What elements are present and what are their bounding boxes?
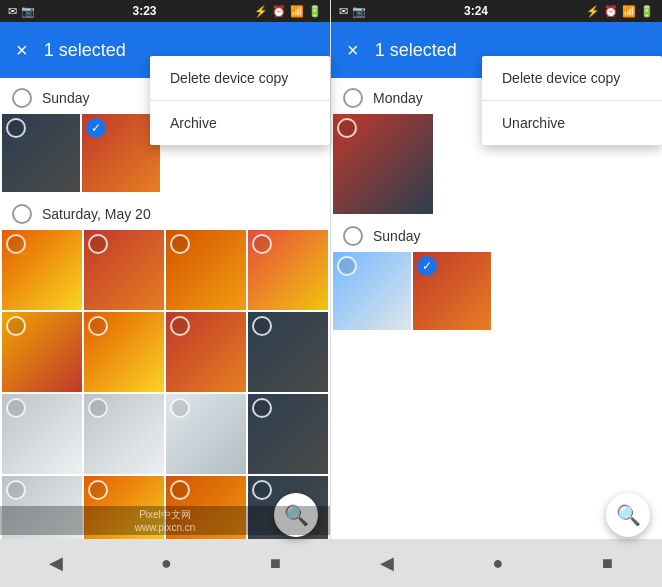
photo-cell[interactable] [84, 312, 164, 392]
photo-cell[interactable] [2, 230, 82, 310]
left-status-icons: ✉ 📷 [8, 5, 35, 18]
battery-icon-right: 🔋 [640, 5, 654, 18]
content-area-right: Monday Sunday [331, 78, 662, 539]
alarm-icon-right: ⏰ [604, 5, 618, 18]
photo-check[interactable] [252, 316, 272, 336]
photo-cell[interactable] [248, 312, 328, 392]
photo-cell[interactable] [84, 394, 164, 474]
photo-check[interactable] [337, 118, 357, 138]
right-status-icons-right: ⚡ ⏰ 📶 🔋 [586, 5, 654, 18]
bottom-nav-right: ◀ ● ■ [331, 539, 662, 587]
photo-cell-selected[interactable] [82, 114, 160, 192]
photos-icon-right: 📷 [352, 5, 366, 18]
photo-cell[interactable] [248, 394, 328, 474]
delete-device-copy-right[interactable]: Delete device copy [482, 56, 662, 100]
photo-check[interactable] [6, 118, 26, 138]
bluetooth-icon-right: ⚡ [586, 5, 600, 18]
bottom-nav-left: ◀ ● ■ [0, 539, 330, 587]
photos-icon: 📷 [21, 5, 35, 18]
photo-check[interactable] [6, 480, 26, 500]
photo-cell[interactable] [2, 114, 80, 192]
sunday-label-left: Sunday [42, 90, 89, 106]
home-button-left[interactable]: ● [161, 553, 172, 574]
saturday-check-left[interactable] [12, 204, 32, 224]
photo-cell[interactable] [333, 252, 411, 330]
photo-cell[interactable] [248, 230, 328, 310]
left-status-icons-right: ✉ 📷 [339, 5, 366, 18]
photo-check[interactable] [252, 480, 272, 500]
photo-check[interactable] [252, 234, 272, 254]
sunday-check-right[interactable] [343, 226, 363, 246]
photo-check[interactable] [170, 480, 190, 500]
photo-check[interactable] [170, 234, 190, 254]
photo-check[interactable] [6, 398, 26, 418]
monday-check-right[interactable] [343, 88, 363, 108]
section-saturday-left: Saturday, May 20 [0, 194, 330, 228]
photo-check[interactable] [88, 398, 108, 418]
sunday-check-left[interactable] [12, 88, 32, 108]
status-bar-right: ✉ 📷 3:24 ⚡ ⏰ 📶 🔋 [331, 0, 662, 22]
photo-check[interactable] [88, 234, 108, 254]
photo-cell[interactable] [166, 476, 246, 539]
dropdown-menu-right: Delete device copy Unarchive [482, 56, 662, 145]
photo-check[interactable] [170, 316, 190, 336]
unarchive-item-right[interactable]: Unarchive [482, 101, 662, 145]
photo-check-selected[interactable] [417, 256, 437, 276]
battery-icon: 🔋 [308, 5, 322, 18]
recents-button-left[interactable]: ■ [270, 553, 281, 574]
dropdown-menu-left: Delete device copy Archive [150, 56, 330, 145]
photo-cell[interactable] [166, 394, 246, 474]
close-button-right[interactable]: × [347, 39, 359, 62]
time-left: 3:23 [132, 4, 156, 18]
photo-check-selected[interactable] [86, 118, 106, 138]
content-area-left: Sunday Saturday, May 20 [0, 78, 330, 539]
zoom-fab-right[interactable]: 🔍 [606, 493, 650, 537]
photo-cell[interactable] [84, 476, 164, 539]
wifi-icon: 📶 [290, 5, 304, 18]
photo-check[interactable] [337, 256, 357, 276]
photo-check[interactable] [170, 398, 190, 418]
photo-check[interactable] [6, 234, 26, 254]
photo-cell[interactable] [2, 312, 82, 392]
photo-cell-selected[interactable] [413, 252, 491, 330]
monday-label-right: Monday [373, 90, 423, 106]
status-bar-left: ✉ 📷 3:23 ⚡ ⏰ 📶 🔋 [0, 0, 330, 22]
zoom-icon-left: 🔍 [284, 503, 309, 527]
saturday-photo-grid-left [0, 228, 330, 539]
time-right: 3:24 [464, 4, 488, 18]
photo-cell[interactable] [84, 230, 164, 310]
archive-item-left[interactable]: Archive [150, 101, 330, 145]
back-button-right[interactable]: ◀ [380, 552, 394, 574]
home-button-right[interactable]: ● [493, 553, 504, 574]
delete-device-copy-left[interactable]: Delete device copy [150, 56, 330, 100]
photo-cell-gpu[interactable] [333, 114, 433, 214]
recents-button-right[interactable]: ■ [602, 553, 613, 574]
photo-check[interactable] [6, 316, 26, 336]
close-button-left[interactable]: × [16, 39, 28, 62]
right-status-icons-left: ⚡ ⏰ 📶 🔋 [254, 5, 322, 18]
left-panel: ✉ 📷 3:23 ⚡ ⏰ 📶 🔋 × 1 selected Delete dev… [0, 0, 331, 587]
saturday-label-left: Saturday, May 20 [42, 206, 151, 222]
sunday-photos-right [331, 250, 662, 332]
alarm-icon: ⏰ [272, 5, 286, 18]
photo-check[interactable] [88, 480, 108, 500]
gmail-icon: ✉ [8, 5, 17, 18]
zoom-fab-left[interactable]: 🔍 [274, 493, 318, 537]
right-panel: ✉ 📷 3:24 ⚡ ⏰ 📶 🔋 × 1 selected Delete dev… [331, 0, 662, 587]
photo-check[interactable] [88, 316, 108, 336]
section-sunday-right: Sunday [331, 216, 662, 250]
photo-cell[interactable] [166, 230, 246, 310]
photo-check[interactable] [252, 398, 272, 418]
wifi-icon-right: 📶 [622, 5, 636, 18]
sunday-label-right: Sunday [373, 228, 420, 244]
bluetooth-icon: ⚡ [254, 5, 268, 18]
back-button-left[interactable]: ◀ [49, 552, 63, 574]
photo-cell[interactable] [2, 476, 82, 539]
zoom-icon-right: 🔍 [616, 503, 641, 527]
photo-cell[interactable] [166, 312, 246, 392]
gmail-icon-right: ✉ [339, 5, 348, 18]
photo-cell[interactable] [2, 394, 82, 474]
